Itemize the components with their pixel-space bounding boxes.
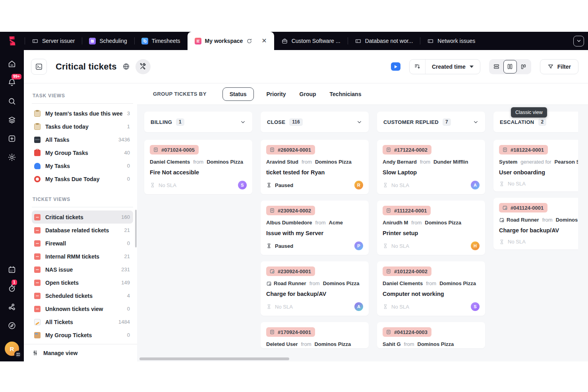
modules-nav[interactable] bbox=[7, 115, 17, 125]
assignee-avatar[interactable]: R bbox=[354, 181, 363, 189]
ticket-card[interactable]: #230924-0002Albus DumbledorefromAcmeIssu… bbox=[261, 201, 369, 255]
ticket-title: Slow Laptop bbox=[383, 169, 480, 176]
ticket-requester: Road RunnerfromDominos Pizza bbox=[266, 280, 363, 286]
sidebar-item-label: My Group Tickets bbox=[45, 332, 122, 338]
list-view-button[interactable] bbox=[490, 60, 503, 73]
topbar-tab[interactable]: Custom Software ... bbox=[274, 32, 348, 50]
sidebar-item-ticket-view[interactable]: Critical tickets160 bbox=[32, 210, 133, 224]
ticket-icon bbox=[355, 38, 362, 44]
sidebar-item-task-view[interactable]: My Group Tasks40 bbox=[32, 146, 133, 159]
globe-icon[interactable] bbox=[122, 63, 130, 70]
ticket-id-pill: #260924-0001 bbox=[266, 145, 315, 154]
group-tab[interactable]: Technicians bbox=[329, 88, 362, 100]
sort-direction-button[interactable] bbox=[410, 60, 426, 74]
sidebar-item-count: 149 bbox=[121, 280, 130, 286]
settings-nav[interactable] bbox=[7, 152, 17, 162]
sidebar-item-task-view[interactable]: Tasks due today1 bbox=[32, 120, 133, 133]
column-header[interactable]: BILLING1 bbox=[144, 112, 252, 132]
sla-status: No SLA bbox=[275, 304, 293, 310]
filter-button[interactable]: Filter bbox=[540, 59, 578, 74]
group-tab[interactable]: Group bbox=[299, 88, 317, 100]
manage-view-label: Manage view bbox=[43, 350, 77, 356]
sidebar-item-task-view[interactable]: My Tasks0 bbox=[32, 159, 133, 172]
sidebar-scrollbar[interactable] bbox=[135, 210, 137, 247]
assignee-avatar[interactable]: A bbox=[471, 181, 480, 189]
ticket-card[interactable]: #171224-0002Andy BernardfromDunder Miffl… bbox=[377, 140, 485, 194]
home-nav[interactable] bbox=[7, 59, 17, 69]
manage-view-button[interactable]: Manage view bbox=[24, 344, 137, 361]
topbar-tab[interactable]: Database not wor... bbox=[348, 32, 420, 50]
search-nav[interactable] bbox=[7, 96, 17, 106]
requester-name: Andy Bernard bbox=[383, 159, 417, 165]
ticket-card[interactable]: #041224-0003Sahit GfromDominos Pizza bbox=[377, 322, 485, 348]
sidebar-item-ticket-view[interactable]: Scheduled tickets4 bbox=[32, 289, 133, 302]
group-tickets-row: GROUP TICKETS BY StatusPriorityGroupTech… bbox=[137, 83, 588, 105]
assignee-avatar[interactable]: A bbox=[354, 302, 363, 311]
sidebar-item-ticket-view[interactable]: All Tickets1484 bbox=[32, 315, 133, 328]
board-area: GROUP TICKETS BY StatusPriorityGroupTech… bbox=[137, 83, 588, 361]
sidebar-item-ticket-view[interactable]: NAS issue231 bbox=[32, 263, 133, 276]
topbar-tab[interactable]: My workspace✕ bbox=[188, 32, 274, 50]
chevron-down-icon bbox=[473, 119, 479, 125]
customize-view-button[interactable] bbox=[135, 59, 151, 74]
topbar-tab[interactable]: Timesheets bbox=[134, 32, 188, 50]
sidebar-item-count: 21 bbox=[124, 227, 130, 233]
sidebar-item-label: My team's tasks due this week bbox=[45, 110, 122, 117]
sort-field-dropdown[interactable]: Created time bbox=[426, 64, 480, 70]
sidebar-item-ticket-view[interactable]: Firewall0 bbox=[32, 237, 133, 250]
ticket-card[interactable]: #111224-0001Anirudh MfromDominos PizzaPr… bbox=[377, 201, 485, 255]
tab-overflow-button[interactable] bbox=[573, 36, 584, 46]
sla-status: No SLA bbox=[159, 182, 176, 188]
ticket-id: #171224-0002 bbox=[394, 147, 427, 153]
sidebar-item-task-view[interactable]: All Tasks3436 bbox=[32, 133, 133, 146]
requester-link-word: from bbox=[301, 341, 311, 347]
topbar-tab[interactable]: Server issuer bbox=[25, 32, 82, 50]
notifications-nav[interactable]: 99+ bbox=[7, 77, 17, 88]
sidebar-item-count: 0 bbox=[127, 176, 130, 182]
hourglass-icon bbox=[266, 243, 272, 249]
group-tab[interactable]: Status bbox=[222, 87, 254, 101]
topbar-tab[interactable]: Scheduling bbox=[82, 32, 134, 50]
requester-link-word: generated for bbox=[520, 159, 551, 165]
ticket-card[interactable]: #041124-0001Road RunnerfromDominos Pizza… bbox=[493, 198, 578, 249]
assignee-avatar[interactable]: P bbox=[354, 241, 363, 250]
column-header[interactable]: CUSTOMER REPLIED7 bbox=[377, 112, 485, 132]
ticket-card[interactable]: #101224-0002Daniel ClementsfromDominos P… bbox=[377, 261, 485, 316]
assignee-avatar[interactable]: S bbox=[238, 181, 247, 189]
video-help-button[interactable] bbox=[391, 62, 400, 71]
ticket-card[interactable]: #071024-0005Daniel ClementsfromDominos P… bbox=[144, 140, 252, 194]
sidebar-item-ticket-view[interactable]: Database related tickets21 bbox=[32, 224, 133, 237]
group-tab[interactable]: Priority bbox=[266, 88, 287, 100]
plus-square-icon bbox=[8, 134, 16, 143]
timer-nav[interactable]: 1 bbox=[7, 283, 17, 294]
sidebar-item-ticket-view[interactable]: Open tickets149 bbox=[32, 276, 133, 289]
refresh-icon[interactable] bbox=[246, 38, 252, 44]
explore-nav[interactable] bbox=[7, 321, 17, 331]
classic-view-button[interactable] bbox=[517, 60, 530, 73]
close-tab-icon[interactable]: ✕ bbox=[261, 38, 267, 44]
column-header[interactable]: CLOSE116 bbox=[261, 112, 369, 132]
sidebar-item-count: 0 bbox=[127, 163, 130, 169]
horizontal-scrollbar[interactable] bbox=[139, 357, 289, 360]
sidebar-item-ticket-view[interactable]: My Group Tickets0 bbox=[32, 328, 133, 342]
calendar-nav[interactable] bbox=[7, 265, 17, 275]
ticket-card[interactable]: #230924-0001Road RunnerfromDominos Pizza… bbox=[261, 261, 369, 316]
brand-logo[interactable] bbox=[0, 32, 25, 50]
ticket-card[interactable]: #260924-0001Aravind StudfromDominos Pizz… bbox=[261, 140, 369, 194]
ticket-card[interactable]: #170924-0001Deleted UserfromDominos Pizz… bbox=[261, 322, 369, 348]
topbar-tab[interactable]: Network issues bbox=[420, 32, 482, 50]
user-avatar[interactable]: R bbox=[5, 342, 19, 356]
view-type-button[interactable] bbox=[31, 59, 47, 75]
avatar-status-badge bbox=[14, 351, 22, 358]
create-nav[interactable] bbox=[7, 133, 17, 144]
ticket-card[interactable]: #181224-0001Systemgenerated forPearson S… bbox=[493, 140, 578, 191]
sidebar-item-count: 40 bbox=[124, 150, 130, 156]
sidebar-item-task-view[interactable]: My Tasks Due Today0 bbox=[32, 172, 133, 185]
kanban-view-button[interactable] bbox=[503, 60, 517, 73]
sidebar-item-ticket-view[interactable]: Unknown tickets view0 bbox=[32, 302, 133, 315]
automation-nav[interactable] bbox=[7, 302, 17, 312]
sidebar-item-ticket-view[interactable]: Internal RMM tickets21 bbox=[32, 250, 133, 263]
sidebar-item-task-view[interactable]: My team's tasks due this week3 bbox=[32, 107, 133, 120]
assignee-avatar[interactable]: H bbox=[471, 241, 480, 250]
assignee-avatar[interactable]: S bbox=[471, 302, 480, 311]
